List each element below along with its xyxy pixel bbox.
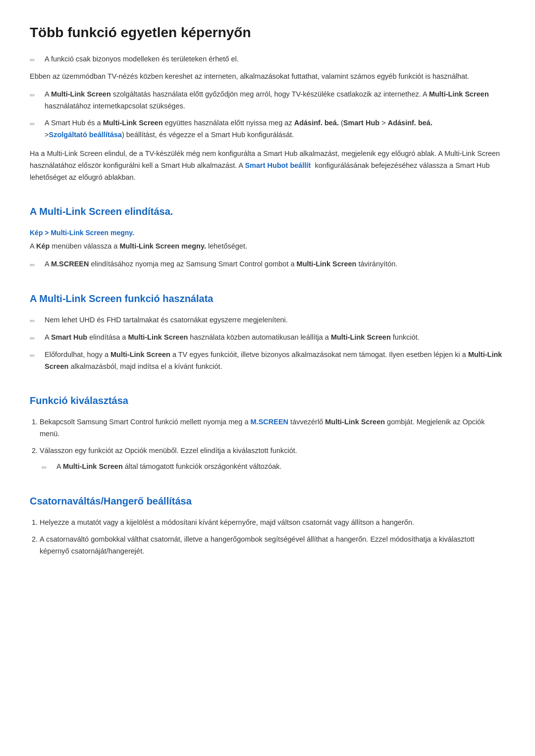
pencil-icon-1 bbox=[30, 90, 41, 101]
pencil-icon-3 bbox=[30, 259, 41, 271]
section2-note1: Nem lehet UHD és FHD tartalmakat és csat… bbox=[30, 314, 505, 327]
section2-note1-text: Nem lehet UHD és FHD tartalmakat és csat… bbox=[45, 314, 505, 326]
bold-text: Adásinf. beá. bbox=[388, 119, 432, 127]
section2-note3-text: Előfordulhat, hogy a Multi-Link Screen a… bbox=[45, 349, 505, 373]
section3-step2-note: A Multi-Link Screen által támogatott fun… bbox=[42, 461, 505, 473]
bold-text: Multi-Link Screen megny. bbox=[119, 242, 206, 250]
section3-step2: Válasszon egy funkciót az Opciók menüből… bbox=[40, 445, 505, 473]
intro-paragraph: Ebben az üzemmódban TV-nézés közben kere… bbox=[30, 71, 505, 83]
bullet-note-1-text: A Multi-Link Screen szolgáltatás használ… bbox=[45, 89, 505, 112]
bold-text: Multi-Link Screen bbox=[331, 333, 391, 341]
bold-text: Smart Hub bbox=[343, 119, 379, 127]
bullet-note-2: A Smart Hub és a Multi-Link Screen együt… bbox=[30, 117, 505, 141]
kep-label: Kép bbox=[30, 229, 43, 237]
section1-paragraph: A Kép menüben válassza a Multi-Link Scre… bbox=[30, 241, 505, 252]
intro-note-text: A funkció csak bizonyos modelleken és te… bbox=[45, 53, 505, 65]
bold-text: Multi-Link Screen bbox=[128, 333, 188, 341]
section4-steps: Helyezze a mutatót vagy a kijelölést a m… bbox=[40, 517, 505, 557]
bullet-note-2-text: A Smart Hub és a Multi-Link Screen együt… bbox=[45, 117, 505, 141]
bold-text: Multi-Link Screen bbox=[325, 418, 385, 426]
section1-note: A M.SCREEN elindításához nyomja meg az S… bbox=[30, 258, 505, 271]
smart-hubot-text: Smart Hubot beállít bbox=[245, 161, 311, 169]
bold-text: Multi-Link Screen bbox=[63, 462, 123, 470]
section2-note2: A Smart Hub elindítása a Multi-Link Scre… bbox=[30, 332, 505, 344]
section3-steps: Bekapcsolt Samsung Smart Control funkció… bbox=[40, 416, 505, 473]
bold-text: Multi-Link Screen bbox=[51, 90, 111, 98]
bold-blue-text: Szolgáltató beállítása bbox=[49, 131, 121, 139]
pencil-icon-4 bbox=[30, 315, 41, 327]
bold-text: Multi-Link Screen bbox=[297, 260, 357, 268]
bold-text: Kép bbox=[36, 242, 50, 250]
section1-heading: A Multi-Link Screen elindítása. bbox=[30, 203, 505, 219]
section4-step1: Helyezze a mutatót vagy a kijelölést a m… bbox=[40, 517, 505, 529]
bold-text: Multi-Link Screen bbox=[103, 119, 163, 127]
pencil-icon-2 bbox=[30, 118, 41, 130]
bold-text: Smart Hub bbox=[51, 333, 87, 341]
section2-note3: Előfordulhat, hogy a Multi-Link Screen a… bbox=[30, 349, 505, 373]
bullet-note-1: A Multi-Link Screen szolgáltatás használ… bbox=[30, 89, 505, 112]
bold-text: Multi-Link Screen bbox=[429, 90, 489, 98]
mscreen-label: M.SCREEN bbox=[251, 418, 289, 426]
section4-heading: Csatornaváltás/Hangerő beállítása bbox=[30, 493, 505, 509]
section3-step2-note-text: A Multi-Link Screen által támogatott fun… bbox=[56, 461, 505, 473]
pencil-icon-7 bbox=[42, 462, 53, 473]
bold-text: Adásinf. beá. bbox=[294, 119, 339, 127]
page-title: Több funkció egyetlen képernyőn bbox=[30, 24, 505, 42]
multilink-screen-label: Multi-Link Screen megny. bbox=[51, 229, 134, 237]
section1-note-text: A M.SCREEN elindításához nyomja meg az S… bbox=[45, 258, 505, 270]
pencil-icon-6 bbox=[30, 350, 41, 361]
section3-heading: Funkció kiválasztása bbox=[30, 393, 505, 408]
pencil-icon-5 bbox=[30, 333, 41, 344]
section2-heading: A Multi-Link Screen funkció használata bbox=[30, 291, 505, 306]
bold-text: Multi-Link Screen bbox=[110, 351, 170, 358]
intro-note: A funkció csak bizonyos modelleken és te… bbox=[30, 53, 505, 66]
bold-text: M.SCREEN bbox=[51, 260, 89, 268]
section2-note2-text: A Smart Hub elindítása a Multi-Link Scre… bbox=[45, 332, 505, 344]
section3-step1: Bekapcsolt Samsung Smart Control funkció… bbox=[40, 416, 505, 440]
popup-paragraph: Ha a Multi-Link Screen elindul, de a TV-… bbox=[30, 148, 505, 184]
pencil-icon bbox=[30, 54, 41, 66]
section1-subheading: Kép > Multi-Link Screen megny. bbox=[30, 227, 505, 239]
section4-step2: A csatornaváltó gombokkal válthat csator… bbox=[40, 534, 505, 557]
